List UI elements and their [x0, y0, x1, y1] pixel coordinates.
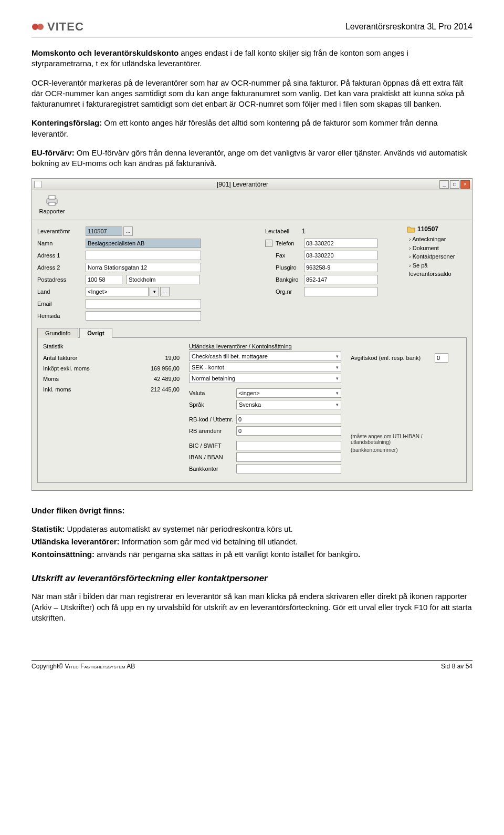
value-moms: 42 489,00 — [154, 376, 180, 382]
label-sprak: Språk — [189, 401, 236, 408]
label-email: Email — [37, 301, 86, 307]
titlebar: [901] Leverantörer _ □ × — [32, 179, 472, 190]
logo-text: VITEC — [47, 20, 84, 34]
select-valuta[interactable]: <ingen>▾ — [236, 388, 341, 398]
heading-utskrift: Utskrift av leverantörsförteckning eller… — [32, 573, 472, 584]
label-bic: BIC / SWIFT — [189, 442, 236, 449]
chevron-down-icon: ▾ — [336, 354, 339, 359]
input-hemsida[interactable] — [86, 311, 201, 321]
input-namn[interactable]: Beslagspecialisten AB — [86, 239, 201, 248]
input-avgiftskod[interactable]: 0 — [435, 353, 448, 363]
hint-iban: (bankkontonummer) — [351, 447, 461, 453]
line-kontoinsattning: Kontoinsättning: används när pengarna sk… — [32, 549, 472, 560]
value-inkopt: 169 956,00 — [151, 365, 180, 372]
land-lookup[interactable]: … — [160, 287, 170, 296]
select-sek[interactable]: SEK - kontot▾ — [189, 363, 341, 372]
line-statistik: Statistik: Uppdateras automatiskt av sys… — [32, 524, 472, 534]
input-fax[interactable]: 08-330220 — [304, 251, 377, 260]
toolbar: Rapporter — [32, 190, 472, 220]
paragraph-momskonto: Momskonto och leverantörskuldskonto ange… — [32, 48, 472, 69]
tab-ovrigt[interactable]: Övrigt — [79, 328, 112, 338]
close-button[interactable]: × — [460, 180, 470, 189]
input-bic[interactable] — [236, 441, 341, 450]
chevron-down-icon: ▾ — [336, 365, 339, 370]
checkbox-telefon[interactable] — [265, 240, 272, 247]
value-inkl: 212 445,00 — [151, 386, 180, 393]
document-title: Leverantörsreskontra 3L Pro 2014 — [345, 22, 472, 32]
logo: VITEC — [32, 20, 84, 34]
footer-page: Sid 8 av 54 — [441, 663, 472, 670]
svg-point-1 — [37, 24, 44, 30]
link-anteckningar[interactable]: Anteckningar — [409, 235, 467, 244]
value-antal: 19,00 — [165, 355, 180, 361]
minimize-button[interactable]: _ — [439, 180, 449, 189]
tabs: Grundinfo Övrigt — [37, 327, 467, 338]
logo-icon — [32, 20, 44, 33]
label-avgiftskod: Avgiftskod (enl. resp. bank) — [351, 355, 435, 361]
label-antal: Antal fakturor — [43, 355, 77, 361]
input-land[interactable]: <Inget> — [86, 287, 149, 296]
label-bankgiro: Bankgiro — [276, 276, 304, 283]
input-telefon[interactable]: 08-330202 — [304, 239, 377, 248]
label-adress1: Adress 1 — [37, 252, 86, 259]
label-leverantornr: Leverantörnr — [37, 228, 86, 234]
footer: Copyright© Vitec Fastighetssystem AB Sid… — [32, 660, 472, 670]
input-orgnr[interactable] — [304, 287, 377, 296]
heading-under-fliken: Under fliken övrigt finns: — [32, 506, 472, 516]
input-leverantornr[interactable]: 110507 — [86, 226, 122, 236]
folder-name[interactable]: 110507 — [417, 225, 438, 233]
chevron-down-icon: ▾ — [336, 402, 339, 407]
svg-rect-4 — [49, 202, 55, 205]
label-levtabell: Lev.tabell — [265, 228, 302, 234]
input-post-zip[interactable]: 100 58 — [86, 275, 122, 284]
input-bankkontor[interactable] — [236, 464, 341, 473]
label-postadress: Postadress — [37, 276, 86, 283]
label-orgnr: Org.nr — [276, 288, 304, 295]
heading-statistik: Statistik — [43, 343, 180, 349]
input-rbkod[interactable]: 0 — [236, 415, 341, 424]
maximize-button[interactable]: □ — [450, 180, 459, 189]
input-plusgiro[interactable]: 963258-9 — [304, 263, 377, 272]
input-iban[interactable] — [236, 452, 341, 462]
label-telefon: Telefon — [276, 240, 304, 246]
heading-utlandska: Utländska leverantörer / Kontoinsättning — [189, 343, 341, 349]
label-adress2: Adress 2 — [37, 264, 86, 271]
select-normal[interactable]: Normal betalning▾ — [189, 374, 341, 383]
select-sprak[interactable]: Svenska▾ — [236, 400, 341, 409]
label-iban: IBAN / BBAN — [189, 454, 236, 460]
chevron-down-icon: ▾ — [336, 376, 339, 381]
link-kontaktpersoner[interactable]: Kontaktpersoner — [409, 252, 467, 261]
land-dropdown[interactable]: ▾ — [150, 287, 159, 296]
input-post-city[interactable]: Stockholm — [127, 275, 200, 284]
paragraph-kontering: Konteringsförslag: Om ett konto anges hä… — [32, 118, 472, 139]
folder-icon — [407, 225, 415, 233]
input-adress1[interactable] — [86, 251, 201, 260]
window-title: [901] Leverantörer — [46, 181, 439, 188]
chevron-down-icon: ▾ — [153, 289, 156, 294]
paragraph-ocr: OCR-leverantör markeras på de leverantör… — [32, 78, 472, 110]
footer-copyright: Copyright© Vitec Fastighetssystem AB — [32, 663, 135, 670]
select-check[interactable]: Check/cash till bet. mottagare▾ — [189, 352, 341, 361]
app-window: [901] Leverantörer _ □ × Rapporter Lever… — [32, 178, 472, 491]
label-bankkontor: Bankkontor — [189, 466, 236, 472]
printer-icon — [45, 193, 59, 207]
label-valuta: Valuta — [189, 390, 236, 396]
label-hemsida: Hemsida — [37, 313, 86, 319]
link-saldo[interactable]: Se på leverantörssaldo — [409, 261, 467, 279]
input-email[interactable] — [86, 299, 201, 308]
svg-rect-3 — [49, 195, 55, 199]
input-rbarende[interactable]: 0 — [236, 426, 341, 436]
input-bankgiro[interactable]: 852-147 — [304, 275, 377, 284]
hint-bic: (måste anges om UTLI+IBAN / utlandsbetal… — [351, 434, 461, 445]
label-moms: Moms — [43, 376, 59, 382]
link-dokument[interactable]: Dokument — [409, 244, 467, 253]
window-icon — [34, 181, 41, 188]
reports-button[interactable]: Rapporter — [36, 193, 68, 214]
lookup-leverantornr[interactable]: … — [123, 226, 133, 236]
tab-body-ovrigt: Statistik Antal fakturor19,00 Inköpt exk… — [37, 338, 467, 483]
label-inkopt: Inköpt exkl. moms — [43, 365, 90, 372]
tab-grundinfo[interactable]: Grundinfo — [37, 328, 78, 338]
line-utlandska: Utländska leverantörer: Information som … — [32, 537, 472, 547]
input-adress2[interactable]: Norra Stationsgatan 12 — [86, 263, 201, 272]
paragraph-euforvarv: EU-förvärv: Om EU-förvärv görs från denn… — [32, 148, 472, 169]
